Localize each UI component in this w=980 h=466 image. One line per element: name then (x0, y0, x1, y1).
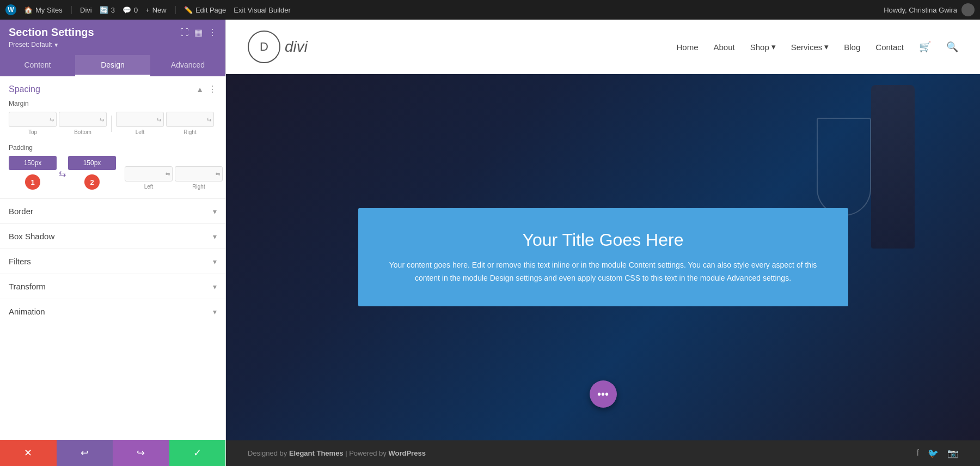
filters-chevron-icon: ▾ (213, 257, 217, 266)
plus-icon: + (145, 6, 150, 14)
undo-button[interactable]: ↩ (57, 440, 113, 466)
redo-button[interactable]: ↪ (113, 440, 169, 466)
menu-about[interactable]: About (713, 43, 734, 52)
padding-right-field[interactable] (175, 167, 213, 181)
margin-top-input[interactable]: ⇆ (9, 112, 57, 127)
site-menu: Home About Shop ▾ Services ▾ Blog Contac (676, 41, 958, 53)
margin-label: Margin (9, 100, 217, 107)
collapse-icon[interactable]: ▲ (196, 85, 204, 94)
padding-left-field[interactable] (125, 167, 163, 181)
admin-bar-mysites[interactable]: 🏠 My Sites (24, 6, 63, 14)
animation-chevron-icon: ▾ (213, 307, 217, 316)
save-button[interactable]: ✓ (169, 440, 226, 466)
spacing-more-icon[interactable]: ⋮ (208, 84, 217, 94)
content-title: Your Title Goes Here (385, 230, 821, 250)
admin-bar-comments[interactable]: 💬 0 (122, 6, 138, 14)
logo-text: divi (285, 38, 308, 56)
admin-bar-new[interactable]: + New (145, 6, 167, 14)
hero-bottle-decoration (871, 85, 915, 249)
margin-top-col: ⇆ Top (9, 112, 57, 135)
tab-content[interactable]: Content (0, 55, 75, 76)
comment-icon: 💬 (122, 6, 131, 14)
footer-text: Designed by Elegant Themes | Powered by … (248, 449, 426, 457)
admin-bar-right: Howdy, Christina Gwira (884, 3, 975, 16)
admin-bar-loop[interactable]: 🔄 3 (100, 6, 115, 14)
menu-shop[interactable]: Shop ▾ (750, 42, 776, 52)
padding-bottom-badge: 2 (84, 174, 100, 190)
animation-title: Animation (9, 307, 45, 316)
margin-right-field[interactable] (167, 112, 205, 126)
twitter-icon[interactable]: 🐦 (928, 448, 939, 458)
cancel-button[interactable]: ✕ (0, 440, 57, 466)
more-options-icon[interactable]: ⋮ (208, 27, 217, 38)
filters-section[interactable]: Filters ▾ (0, 249, 225, 274)
border-chevron-icon: ▾ (213, 207, 217, 216)
padding-right-input[interactable]: ⇆ (175, 166, 223, 181)
margin-left-input[interactable]: ⇆ (116, 112, 164, 127)
resize-icon[interactable]: ⛶ (180, 28, 189, 38)
padding-bottom-field[interactable] (68, 156, 116, 170)
cart-icon[interactable]: 🛒 (919, 41, 931, 53)
padding-right-label: Right (192, 184, 205, 190)
boxshadow-section[interactable]: Box Shadow ▾ (0, 223, 225, 249)
shop-dropdown-icon: ▾ (771, 42, 776, 52)
admin-bar-divi[interactable]: Divi (80, 6, 92, 14)
padding-row: 1 ⇆ 2 (9, 156, 217, 190)
padding-link-icon[interactable]: ⇆ (59, 168, 66, 179)
margin-top-field[interactable] (9, 112, 47, 126)
menu-home[interactable]: Home (676, 43, 698, 52)
panel-tabs: Content Design Advanced (0, 55, 225, 76)
loop-icon: 🔄 (100, 6, 108, 14)
left-panel: Section Settings ⛶ ▦ ⋮ Preset: Default C… (0, 20, 226, 466)
services-dropdown-icon: ▾ (824, 42, 829, 52)
panel-title: Section Settings (9, 26, 94, 39)
margin-bottom-field[interactable] (59, 112, 97, 126)
padding-top-badge: 1 (25, 174, 40, 190)
divider-1: | (70, 5, 72, 15)
panel-preset[interactable]: Preset: Default (9, 41, 217, 49)
panel-content: Spacing ▲ ⋮ Margin ⇆ Top (0, 76, 225, 440)
layout-icon[interactable]: ▦ (194, 27, 203, 38)
margin-right-label: Right (183, 129, 196, 135)
margin-right-col: ⇆ Right (166, 112, 214, 135)
menu-blog[interactable]: Blog (844, 43, 860, 52)
menu-services[interactable]: Services ▾ (791, 42, 829, 52)
padding-top-col: 1 (9, 156, 57, 190)
instagram-icon[interactable]: 📷 (947, 448, 958, 458)
padding-left-col: ⇆ Left (125, 166, 173, 190)
facebook-icon[interactable]: f (917, 448, 919, 458)
animation-section[interactable]: Animation ▾ (0, 299, 225, 324)
search-icon[interactable]: 🔍 (946, 41, 958, 53)
fab-button[interactable]: ••• (590, 380, 617, 408)
margin-bottom-input[interactable]: ⇆ (59, 112, 107, 127)
padding-group: Padding 1 ⇆ (0, 144, 225, 198)
site-logo: D divi (248, 31, 308, 63)
padding-right-link-icon: ⇆ (213, 171, 222, 177)
border-title: Border (9, 207, 33, 216)
margin-row: ⇆ Top ⇆ Bottom (9, 112, 217, 135)
panel-header-icons: ⛶ ▦ ⋮ (180, 27, 217, 38)
filters-title: Filters (9, 257, 31, 266)
margin-left-field[interactable] (117, 112, 155, 126)
padding-right-col: ⇆ Right (175, 166, 223, 190)
menu-contact[interactable]: Contact (875, 43, 904, 52)
admin-bar-exitbuilder[interactable]: Exit Visual Builder (234, 6, 291, 14)
wordpress-icon[interactable]: W (5, 4, 16, 15)
admin-bar-left: W 🏠 My Sites | Divi 🔄 3 💬 0 + New | ✏️ E… (5, 4, 875, 15)
tab-design[interactable]: Design (75, 55, 150, 76)
padding-left-link-icon: ⇆ (163, 171, 172, 177)
padding-top-field[interactable] (9, 156, 57, 170)
tab-advanced[interactable]: Advanced (150, 55, 225, 76)
admin-bar-editpage[interactable]: ✏️ Edit Page (184, 6, 226, 14)
border-section[interactable]: Border ▾ (0, 198, 225, 223)
margin-top-link-icon: ⇆ (47, 117, 56, 123)
preview-area: D divi Home About Shop ▾ Services ▾ (226, 20, 980, 466)
main-layout: Section Settings ⛶ ▦ ⋮ Preset: Default C… (0, 20, 980, 466)
transform-section[interactable]: Transform ▾ (0, 274, 225, 299)
padding-left-label: Left (144, 184, 154, 190)
boxshadow-chevron-icon: ▾ (213, 232, 217, 241)
padding-left-input[interactable]: ⇆ (125, 166, 173, 181)
site-footer: Designed by Elegant Themes | Powered by … (226, 440, 980, 466)
panel-header: Section Settings ⛶ ▦ ⋮ Preset: Default (0, 20, 225, 55)
margin-right-input[interactable]: ⇆ (166, 112, 214, 127)
